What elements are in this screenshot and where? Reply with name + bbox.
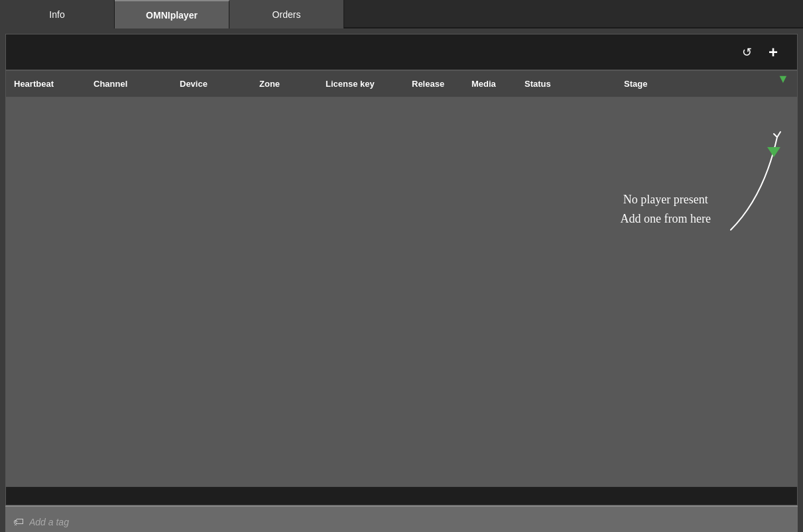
empty-state-text: No player present Add one from here <box>621 190 711 229</box>
add-button[interactable]: + <box>763 42 784 63</box>
annotation-arrow <box>664 97 797 263</box>
tag-bar: 🏷 <box>5 505 798 532</box>
col-device-header: Device <box>180 79 259 89</box>
tab-info[interactable]: Info <box>0 0 115 28</box>
col-channel-header: Channel <box>93 79 180 89</box>
refresh-icon: ↺ <box>742 45 752 60</box>
tab-orders[interactable]: Orders <box>229 0 344 28</box>
tab-orders-label: Orders <box>273 9 301 20</box>
filter-icon: ▼ <box>777 72 789 86</box>
tag-icon: 🏷 <box>13 516 24 528</box>
add-icon: + <box>769 43 778 62</box>
tab-omniplayer[interactable]: OMNIplayer <box>115 0 229 28</box>
player-panel: ↺ + ▼ Heartbeat Channel Device Zone Lice… <box>5 34 798 505</box>
col-release-header: Release <box>412 79 471 89</box>
tab-omniplayer-label: OMNIplayer <box>146 10 198 21</box>
refresh-button[interactable]: ↺ <box>736 42 757 63</box>
empty-area: No player present Add one from here <box>6 97 797 486</box>
col-status-header: Status <box>525 79 624 89</box>
col-licensekey-header: License key <box>326 79 412 89</box>
col-media-header: Media <box>471 79 525 89</box>
status-bar <box>6 486 797 505</box>
tab-bar: Info OMNIplayer Orders <box>0 0 803 28</box>
main-content: ↺ + ▼ Heartbeat Channel Device Zone Lice… <box>5 34 798 532</box>
tag-input[interactable] <box>29 517 790 527</box>
toolbar: ↺ + ▼ <box>6 34 797 71</box>
tab-info-label: Info <box>49 9 64 20</box>
col-zone-header: Zone <box>259 79 326 89</box>
col-heartbeat-header: Heartbeat <box>14 79 93 89</box>
col-stage-header: Stage <box>624 79 789 89</box>
svg-marker-0 <box>767 147 780 157</box>
column-headers: Heartbeat Channel Device Zone License ke… <box>6 71 797 97</box>
